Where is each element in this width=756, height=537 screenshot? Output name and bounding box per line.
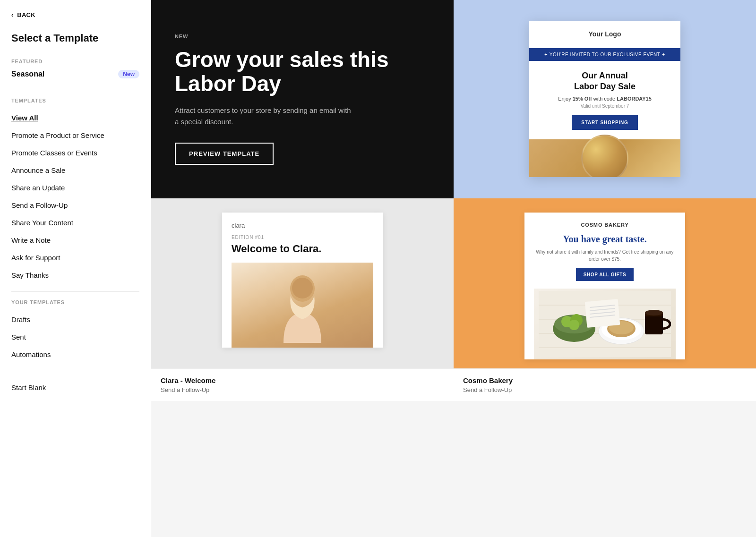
cosmo-brand: COSMO BAKERY <box>534 222 676 228</box>
new-badge: New <box>118 70 139 78</box>
cosmo-image <box>534 289 676 359</box>
clara-logo: clara <box>232 222 373 229</box>
featured-item-label[interactable]: Seasonal <box>11 70 44 78</box>
chevron-left-icon: ‹ <box>11 12 13 18</box>
divider-2 <box>11 291 139 292</box>
email-header: Your Logo <box>529 21 680 48</box>
clara-card-type: Send a Follow-Up <box>161 386 444 393</box>
clara-card-info: Clara - Welcome Send a Follow-Up <box>151 368 454 401</box>
featured-section-label: FEATURED <box>11 59 139 64</box>
clara-image <box>232 263 373 348</box>
page-title: Select a Template <box>11 32 139 45</box>
your-templates-label: YOUR TEMPLATES <box>11 299 139 305</box>
templates-section-label: TEMPLATES <box>11 98 139 103</box>
main-content: NEW Grow your sales this Labor Day Attra… <box>151 0 756 537</box>
clara-title: Welcome to Clara. <box>232 243 373 255</box>
sidebar-item-send-followup[interactable]: Send a Follow-Up <box>11 196 139 214</box>
clara-email-preview: clara EDITION #01 Welcome to Clara. <box>222 213 383 348</box>
cosmo-sub: Why not share it with family and friends… <box>534 248 676 263</box>
sidebar-item-promote-classes[interactable]: Promote Classes or Events <box>11 144 139 162</box>
cosmo-title: You have great taste. <box>534 233 676 245</box>
hero-section: NEW Grow your sales this Labor Day Attra… <box>151 0 756 198</box>
divider-3 <box>11 371 139 371</box>
template-grid: clara EDITION #01 Welcome to Clara. Clar… <box>151 198 756 401</box>
cosmo-email-preview: COSMO BAKERY You have great taste. Why n… <box>524 213 685 359</box>
sidebar: ‹ BACK Select a Template FEATURED Season… <box>0 0 151 537</box>
sidebar-item-share-update[interactable]: Share an Update <box>11 179 139 196</box>
sidebar-item-drafts[interactable]: Drafts <box>11 311 139 328</box>
clara-preview: clara EDITION #01 Welcome to Clara. <box>151 198 454 368</box>
hero-title: Grow your sales this Labor Day <box>175 48 430 95</box>
sidebar-item-automations[interactable]: Automations <box>11 346 139 363</box>
cosmo-card-type: Send a Follow-Up <box>463 386 747 393</box>
sidebar-item-share-content[interactable]: Share Your Content <box>11 214 139 231</box>
email-footer-image <box>529 139 680 177</box>
template-card-cosmo[interactable]: COSMO BAKERY You have great taste. Why n… <box>454 198 756 401</box>
email-heading: Our Annual Labor Day Sale <box>541 70 669 93</box>
sidebar-item-ask-support[interactable]: Ask for Support <box>11 249 139 266</box>
featured-row: Seasonal New <box>11 70 139 78</box>
hero-right: Your Logo ✦ YOU'RE INVITED TO OUR EXCLUS… <box>454 0 756 198</box>
wicker-image <box>581 135 628 177</box>
cosmo-preview: COSMO BAKERY You have great taste. Why n… <box>454 198 756 368</box>
email-body: Our Annual Labor Day Sale Enjoy 15% Off … <box>529 61 680 140</box>
preview-template-button[interactable]: PREVIEW TEMPLATE <box>175 143 274 165</box>
cosmo-cta: Shop all gifts <box>576 268 634 281</box>
email-preview-card: Your Logo ✦ YOU'RE INVITED TO OUR EXCLUS… <box>529 21 680 178</box>
svg-point-18 <box>645 310 663 315</box>
email-logo: Your Logo <box>589 30 621 39</box>
template-card-clara[interactable]: clara EDITION #01 Welcome to Clara. Clar… <box>151 198 454 401</box>
clara-edition: EDITION #01 <box>232 235 373 240</box>
sidebar-item-view-all[interactable]: View All <box>11 109 139 127</box>
cosmo-card-name: Cosmo Bakery <box>463 376 747 384</box>
email-banner: ✦ YOU'RE INVITED TO OUR EXCLUSIVE EVENT … <box>529 48 680 61</box>
sidebar-item-say-thanks[interactable]: Say Thanks <box>11 266 139 284</box>
sidebar-item-write-note[interactable]: Write a Note <box>11 231 139 249</box>
email-cta-button: START SHOPPING <box>572 115 637 130</box>
back-label: BACK <box>17 11 35 18</box>
email-discount: Enjoy 15% Off with code LABORDAY15 <box>541 96 669 102</box>
hero-description: Attract customers to your store by sendi… <box>175 105 354 128</box>
svg-rect-16 <box>645 315 663 334</box>
cosmo-card-info: Cosmo Bakery Send a Follow-Up <box>454 368 756 401</box>
svg-point-1 <box>292 278 313 298</box>
divider <box>11 90 139 90</box>
back-button[interactable]: ‹ BACK <box>11 11 139 18</box>
sidebar-item-announce-sale[interactable]: Announce a Sale <box>11 162 139 179</box>
hero-left: NEW Grow your sales this Labor Day Attra… <box>151 0 454 198</box>
svg-point-11 <box>569 320 579 330</box>
email-valid: Valid until September 7 <box>541 103 669 109</box>
sidebar-item-sent[interactable]: Sent <box>11 328 139 346</box>
sidebar-item-start-blank[interactable]: Start Blank <box>11 379 139 396</box>
clara-card-name: Clara - Welcome <box>161 376 444 384</box>
sidebar-item-promote-product[interactable]: Promote a Product or Service <box>11 127 139 144</box>
hero-badge: NEW <box>175 34 430 39</box>
